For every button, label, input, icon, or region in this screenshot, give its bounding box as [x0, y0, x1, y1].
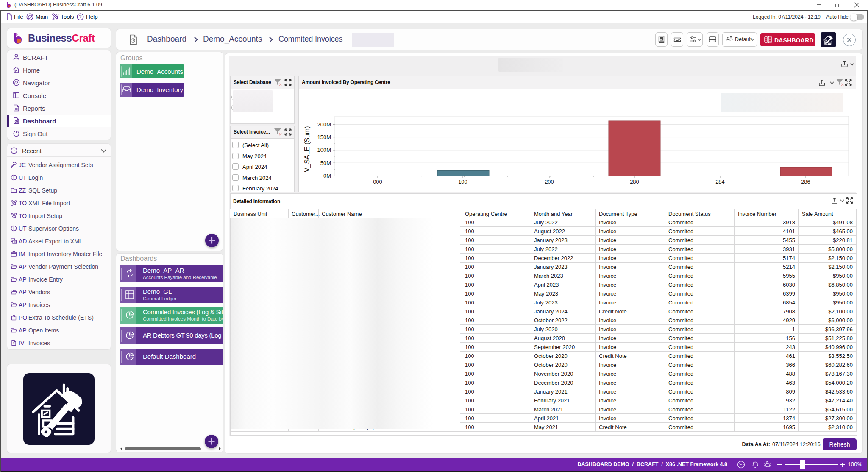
svg-text:50M: 50M: [320, 160, 331, 166]
svg-text:?: ?: [79, 14, 81, 19]
svg-text:100M: 100M: [317, 147, 331, 153]
svg-text:280: 280: [630, 179, 639, 185]
svg-text:0M: 0M: [323, 173, 331, 179]
svg-text:286: 286: [801, 179, 810, 185]
svg-text:284: 284: [715, 179, 725, 185]
svg-text:150M: 150M: [317, 134, 331, 140]
svg-text:000: 000: [373, 179, 382, 185]
svg-text:IV_SALE (Sum): IV_SALE (Sum): [303, 126, 311, 174]
svg-text:200: 200: [545, 179, 554, 185]
svg-text:200M: 200M: [317, 121, 331, 128]
svg-text:$: $: [13, 342, 15, 345]
svg-text:100: 100: [458, 179, 467, 185]
